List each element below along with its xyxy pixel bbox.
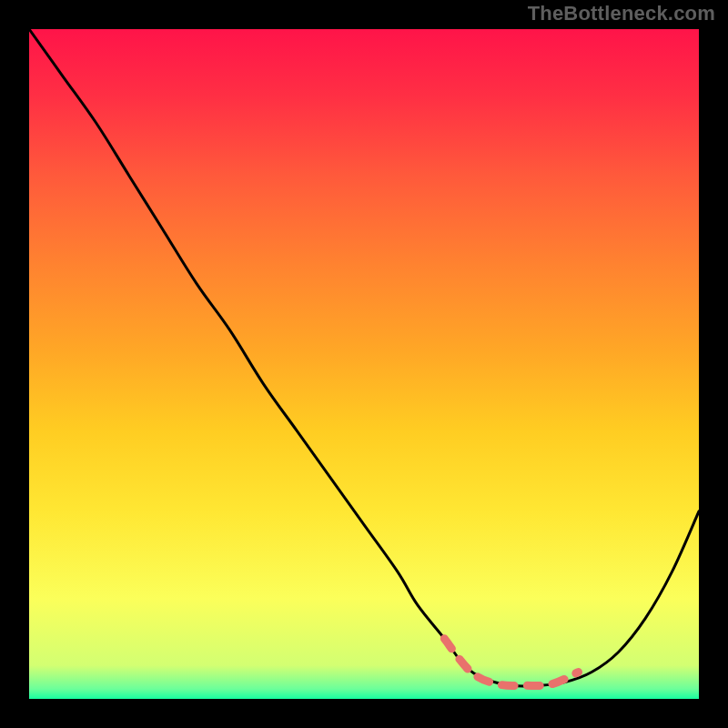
chart-background — [29, 29, 699, 699]
plot-area — [29, 29, 699, 699]
chart-svg — [29, 29, 699, 699]
watermark-text: TheBottleneck.com — [528, 2, 715, 25]
chart-frame: TheBottleneck.com — [0, 0, 728, 728]
